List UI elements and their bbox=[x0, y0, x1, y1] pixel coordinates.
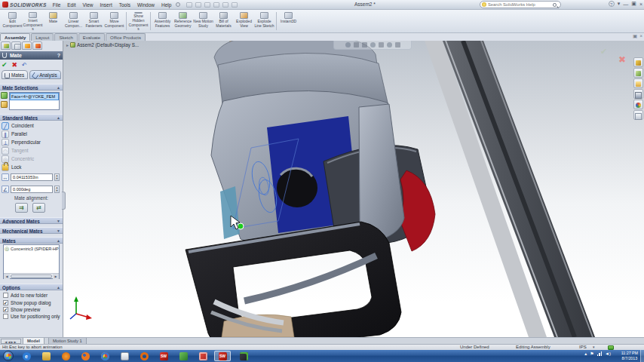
horizontal-scrollbar[interactable]: ◀ ▶ bbox=[4, 273, 59, 278]
help-icon[interactable]: ? bbox=[609, 1, 615, 7]
collapse-chevron-icon[interactable]: ▲ bbox=[57, 238, 60, 244]
confirm-ok-icon[interactable]: ✔ bbox=[600, 47, 607, 57]
appearances-scenes-icon[interactable] bbox=[633, 100, 643, 109]
units-caret-icon[interactable]: ▾ bbox=[593, 345, 595, 350]
view-palette-icon[interactable] bbox=[633, 89, 643, 99]
option-show-popup-dialog[interactable]: Show popup dialog bbox=[3, 299, 62, 306]
tab-scroll-arrows[interactable]: ◀◀▶▶ bbox=[1, 339, 21, 344]
bill-of-materials-button[interactable]: Bill of Materials bbox=[213, 11, 234, 32]
tree-root-label[interactable]: Assem2 (Default<Display S... bbox=[77, 42, 139, 48]
featuremanager-tree-tab-icon[interactable] bbox=[1, 41, 11, 50]
open-icon[interactable] bbox=[186, 2, 192, 8]
show-hidden-components-button[interactable]: Show Hidden Components bbox=[128, 11, 149, 32]
taskbar-firefox[interactable] bbox=[77, 351, 94, 361]
search-box[interactable] bbox=[480, 1, 561, 8]
propertymanager-tab-icon[interactable] bbox=[11, 41, 21, 50]
tab-office-products[interactable]: Office Products bbox=[106, 33, 146, 41]
new-motion-study-button[interactable]: New Motion Study bbox=[193, 11, 213, 32]
aligned-button[interactable]: ⇉ bbox=[15, 203, 28, 213]
collapse-chevron-icon[interactable]: ▲ bbox=[57, 284, 60, 291]
mate-list-item[interactable]: ◎ Concentric3 (SPIDER-HP bbox=[4, 245, 59, 253]
zoom-fit-icon[interactable] bbox=[345, 42, 351, 48]
linear-component-pattern-button[interactable]: Linear Compon... bbox=[63, 11, 84, 32]
mate-lock[interactable]: Lock bbox=[2, 163, 62, 171]
menu-file[interactable]: File bbox=[53, 2, 60, 8]
scrollbar-thumb[interactable] bbox=[11, 275, 52, 278]
taskbar-internet-explorer[interactable]: e bbox=[18, 351, 35, 361]
mechanical-mates-header[interactable]: Mechanical Mates ▼ bbox=[0, 227, 63, 234]
mate-button[interactable]: Mate bbox=[43, 11, 63, 32]
mate-selection-listbox[interactable]: Face<4>@YOKE_FEM bbox=[9, 92, 60, 110]
taskbar-solidworks-active[interactable]: SW bbox=[214, 351, 231, 361]
search-input[interactable] bbox=[488, 2, 553, 7]
distance-spinner[interactable]: ▲▼ bbox=[54, 173, 60, 181]
scroll-left-icon[interactable]: ◀ bbox=[4, 274, 10, 279]
option-add-to-new-folder[interactable]: Add to new folder bbox=[3, 292, 62, 299]
options-icon[interactable] bbox=[232, 2, 238, 8]
close-icon[interactable]: × bbox=[639, 2, 642, 7]
smart-fasteners-button[interactable]: Smart Fasteners bbox=[84, 11, 104, 32]
anti-aligned-button[interactable]: ⇄ bbox=[32, 203, 45, 213]
checkbox[interactable] bbox=[3, 307, 8, 312]
menu-insert[interactable]: Insert bbox=[100, 2, 112, 8]
explode-line-sketch-button[interactable]: Explode Line Sketch bbox=[254, 11, 274, 32]
taskbar-green-app[interactable] bbox=[175, 351, 192, 361]
tab-evaluate[interactable]: Evaluate bbox=[78, 33, 105, 41]
mate-coincident[interactable]: ╱ Coincident bbox=[2, 121, 62, 130]
start-button[interactable] bbox=[3, 351, 14, 361]
search-icon[interactable] bbox=[553, 3, 557, 7]
tab-analysis[interactable]: Analysis bbox=[29, 70, 60, 79]
menu-pin-icon[interactable] bbox=[176, 2, 180, 7]
taskbar-notepad[interactable] bbox=[116, 351, 133, 361]
bearing-ring-black[interactable] bbox=[186, 222, 401, 337]
print-icon[interactable] bbox=[204, 2, 210, 8]
mate-parallel[interactable]: ∥ Parallel bbox=[2, 130, 62, 138]
advanced-mates-header[interactable]: Advanced Mates ▼ bbox=[0, 217, 63, 224]
undo-icon[interactable] bbox=[213, 2, 219, 8]
tab-layout[interactable]: Layout bbox=[31, 33, 54, 41]
tray-expand-icon[interactable]: ▴ bbox=[584, 351, 587, 356]
mate-concentric[interactable]: ◎ Concentric bbox=[2, 155, 62, 163]
collapse-chevron-icon[interactable]: ▲ bbox=[57, 84, 60, 91]
reference-geometry-button[interactable]: Reference Geometry bbox=[173, 11, 193, 32]
model-3d[interactable] bbox=[63, 41, 644, 337]
view-orientation-icon[interactable] bbox=[362, 42, 367, 48]
selected-entity[interactable]: Face<4>@YOKE_FEM bbox=[10, 93, 59, 100]
edit-component-button[interactable]: Edit Component bbox=[2, 11, 23, 32]
help-caret-icon[interactable]: ▾ bbox=[618, 1, 621, 7]
custom-properties-icon[interactable] bbox=[633, 110, 643, 120]
save-icon[interactable] bbox=[195, 2, 201, 8]
menu-tools[interactable]: Tools bbox=[119, 2, 130, 8]
appearance-icon[interactable] bbox=[387, 42, 392, 48]
taskbar-solidworks[interactable]: SW bbox=[155, 351, 172, 361]
pm-help-icon[interactable]: ? bbox=[57, 51, 60, 60]
multiple-mate-mode-icon[interactable] bbox=[1, 101, 8, 108]
solidworks-resources-icon[interactable] bbox=[633, 57, 643, 67]
tab-assembly[interactable]: Assembly bbox=[0, 33, 30, 41]
menu-edit[interactable]: Edit bbox=[67, 2, 75, 8]
action-center-flag-icon[interactable]: ⚑ bbox=[590, 351, 593, 356]
network-icon[interactable] bbox=[597, 351, 603, 356]
show-desktop-button[interactable] bbox=[640, 350, 644, 362]
volume-icon[interactable]: ◄) bbox=[605, 351, 611, 356]
file-explorer-icon[interactable] bbox=[633, 78, 643, 88]
restore-icon[interactable]: ▣ bbox=[631, 1, 636, 7]
taskbar-windows-explorer[interactable] bbox=[38, 351, 54, 361]
taskbar-chrome[interactable] bbox=[97, 351, 113, 361]
feature-tree-flyout[interactable]: ▸ Assem2 (Default<Display S... bbox=[66, 42, 139, 48]
standard-mates-header[interactable]: Standard Mates ▲ bbox=[0, 114, 63, 121]
configurationmanager-tab-icon[interactable] bbox=[22, 41, 32, 50]
menu-window[interactable]: Window bbox=[137, 2, 155, 8]
taskbar-clock[interactable]: 11:27 PM 8/7/2013 bbox=[621, 351, 638, 361]
mates-header[interactable]: Mates ▲ bbox=[0, 237, 63, 244]
rebuild-icon[interactable] bbox=[222, 2, 228, 8]
distance-input[interactable]: 0.04115353in bbox=[11, 173, 53, 181]
option-show-preview[interactable]: Show preview bbox=[3, 306, 62, 313]
checkbox[interactable] bbox=[3, 293, 8, 298]
expand-chevron-icon[interactable]: ▼ bbox=[57, 218, 60, 225]
menu-help[interactable]: Help bbox=[161, 2, 171, 8]
design-library-icon[interactable] bbox=[633, 68, 643, 78]
bearing-cap-red[interactable] bbox=[400, 170, 435, 251]
tab-mates[interactable]: Mates bbox=[2, 70, 28, 79]
collapse-chevron-icon[interactable]: ▲ bbox=[57, 115, 60, 121]
